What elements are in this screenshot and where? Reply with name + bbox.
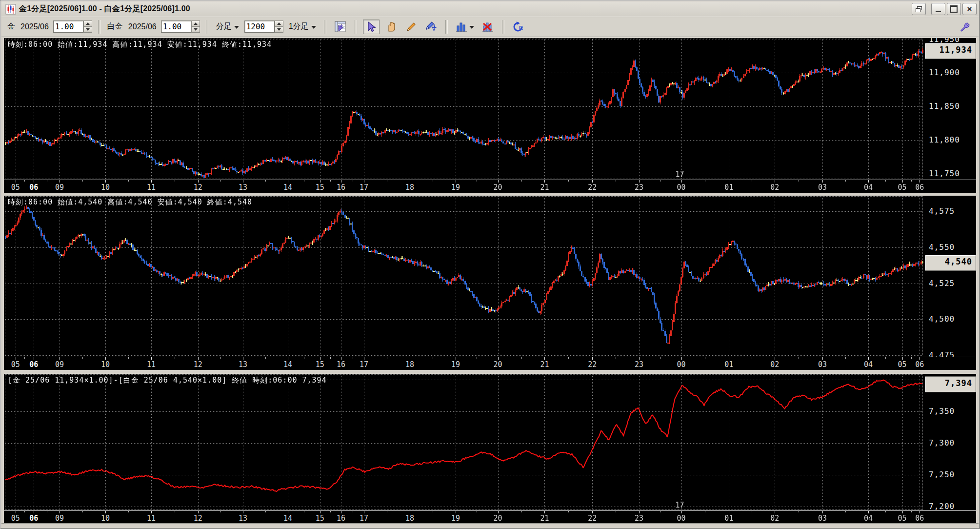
- time-tick-label: 10: [101, 514, 110, 523]
- minor-tick-mark: [433, 511, 433, 512]
- tick-mark: [320, 511, 320, 513]
- time-tick-label: 06: [29, 183, 38, 192]
- tick-mark: [456, 511, 456, 513]
- spin-up-button[interactable]: [275, 20, 283, 27]
- spread-line-chart[interactable]: [4, 374, 924, 510]
- time-tick-label: 01: [724, 360, 733, 369]
- platinum-price-axis[interactable]: 4,5754,5504,5254,5004,4754,540: [924, 196, 976, 357]
- time-axis[interactable]: 0506091011121314151617181920212223000102…: [4, 357, 976, 370]
- time-tick-label: 22: [588, 360, 597, 369]
- candlestick-chart-icon: [5, 4, 16, 15]
- time-axis[interactable]: 0506091011121314151617181920212223000102…: [4, 180, 976, 193]
- tick-mark: [592, 357, 593, 360]
- time-tick-label: 20: [494, 360, 502, 369]
- minor-tick-mark: [911, 511, 912, 512]
- pen-move-button[interactable]: [423, 20, 440, 34]
- price-tick-label: 4,500: [929, 314, 955, 324]
- maximize-button[interactable]: [947, 3, 961, 15]
- bar-chart-delete-button[interactable]: [480, 20, 496, 34]
- pencil-draw-button[interactable]: [403, 20, 420, 34]
- spread-price-axis[interactable]: 7,4007,3507,3007,2507,2007,394: [924, 374, 976, 510]
- tick-mark: [775, 511, 775, 513]
- settings-wrench-button[interactable]: [957, 20, 974, 34]
- toolbar-separator: [324, 20, 326, 34]
- minor-tick-mark: [845, 180, 846, 182]
- pan-hand-icon: [385, 21, 397, 33]
- minor-tick-mark: [705, 180, 705, 182]
- tick-mark: [920, 511, 920, 513]
- refresh-button[interactable]: R: [510, 20, 527, 34]
- time-axis[interactable]: 0506091011121314151617181920212223000102…: [4, 510, 976, 524]
- tick-mark: [681, 511, 682, 513]
- caret-down-icon: [469, 26, 474, 29]
- title-bar[interactable]: 金1分足[2025/06]1.00 - 白金1分足[2025/06]1.00 ×: [1, 1, 979, 17]
- time-tick-label: 14: [283, 514, 292, 523]
- minor-tick-mark: [799, 357, 799, 359]
- spin-down-button[interactable]: [191, 27, 200, 33]
- tick-mark: [34, 357, 34, 360]
- tick-mark: [456, 357, 456, 360]
- tick-mark: [544, 180, 545, 183]
- tick-mark: [105, 357, 106, 360]
- gold-price-axis[interactable]: 11,95011,90011,85011,80011,75011,934: [924, 38, 976, 180]
- minor-tick-mark: [24, 180, 25, 182]
- tick-mark: [868, 180, 869, 183]
- time-tick-label: 19: [451, 183, 460, 192]
- gold-ratio-input[interactable]: [53, 20, 83, 33]
- minor-tick-mark: [220, 357, 221, 359]
- pan-hand-button[interactable]: [383, 20, 400, 34]
- time-tick-label: 15: [316, 183, 324, 192]
- spin-up-button[interactable]: [191, 20, 200, 27]
- tick-mark: [288, 511, 288, 513]
- platinum-ratio-input[interactable]: [161, 20, 191, 33]
- tick-mark: [868, 511, 869, 513]
- time-tick-label: 09: [55, 514, 64, 523]
- time-tick-label: 06: [29, 360, 38, 369]
- bar-chart-icon: [455, 21, 468, 33]
- bar-type-dropdown[interactable]: 分足: [214, 20, 241, 33]
- toolbar-separator: [445, 20, 448, 34]
- tick-mark: [341, 180, 341, 183]
- time-tick-label: 01: [724, 183, 733, 192]
- select-cursor-button[interactable]: [363, 20, 380, 34]
- time-tick-label: 16: [337, 183, 345, 192]
- float-window-button[interactable]: [912, 3, 926, 15]
- current-price-box: 4,540: [925, 255, 976, 271]
- minor-tick-mark: [220, 511, 221, 512]
- tick-mark: [729, 511, 729, 513]
- tick-mark: [243, 180, 243, 183]
- arrow-down-icon: [277, 28, 281, 31]
- bar-chart-menu-button[interactable]: [454, 20, 476, 34]
- spin-down-button[interactable]: [83, 27, 92, 33]
- minor-tick-mark: [885, 357, 886, 359]
- close-button[interactable]: ×: [962, 3, 977, 15]
- tick-mark: [775, 180, 775, 183]
- minor-tick-mark: [353, 180, 353, 182]
- bar-interval-dropdown[interactable]: 1分足: [287, 20, 318, 33]
- minor-tick-mark: [330, 357, 331, 359]
- spin-up-button[interactable]: [83, 20, 92, 27]
- chart-cursor-button[interactable]: [332, 20, 349, 34]
- time-tick-label: 12: [194, 360, 202, 369]
- minor-tick-mark: [128, 180, 129, 182]
- gold-candlestick-chart[interactable]: [4, 38, 924, 180]
- time-tick-label: 23: [635, 514, 643, 523]
- spread-info: [金 25/06 11,934×1.00]-[白金 25/06 4,540×1.…: [8, 376, 327, 385]
- price-tick-label: 4,550: [929, 243, 955, 252]
- tick-mark: [681, 357, 682, 360]
- minor-tick-mark: [47, 180, 47, 182]
- tick-mark: [639, 357, 640, 360]
- tick-mark: [364, 357, 364, 360]
- tick-mark: [639, 511, 640, 513]
- bar-count-input[interactable]: [244, 20, 275, 33]
- window-controls: ×: [912, 3, 977, 15]
- spin-down-button[interactable]: [275, 27, 283, 33]
- minimize-button[interactable]: [931, 3, 945, 15]
- price-tick-label: 7,250: [929, 470, 955, 479]
- time-tick-label: 02: [770, 183, 779, 192]
- minor-tick-mark: [885, 180, 886, 182]
- platinum-candlestick-chart[interactable]: [4, 196, 924, 357]
- minor-tick-mark: [752, 180, 752, 182]
- tick-mark: [456, 180, 456, 183]
- tick-mark: [902, 357, 903, 360]
